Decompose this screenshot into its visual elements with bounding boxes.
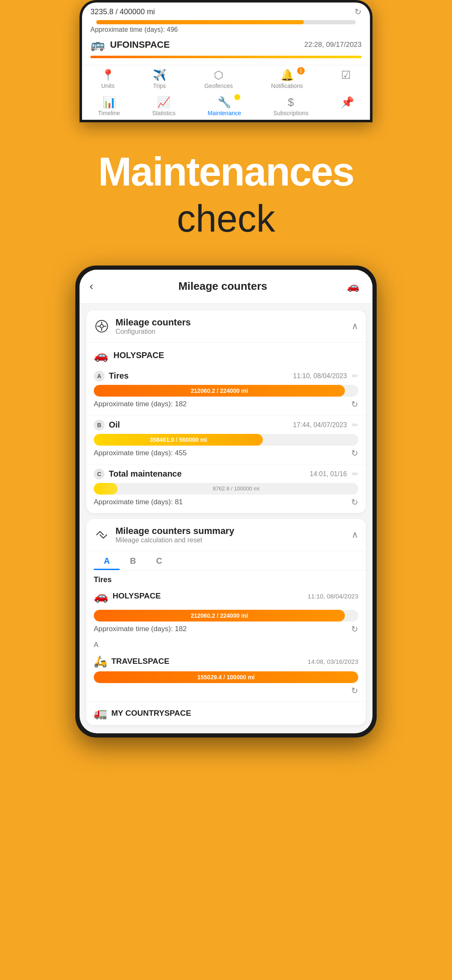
hero-section: Maintenances check xyxy=(0,126,452,266)
travel-progress-wrap: 155029.4 / 100000 mi xyxy=(94,671,358,683)
back-arrow[interactable]: ‹ xyxy=(90,280,93,293)
nav-item-units[interactable]: 📍 Units xyxy=(101,69,115,89)
maint-item-total-left: C Total maintenance xyxy=(94,469,182,480)
top-vehicle-name: UFOINSPACE xyxy=(110,39,170,50)
small-label-a: A xyxy=(86,637,366,651)
top-refresh-icon[interactable]: ↻ xyxy=(354,7,362,17)
top-phone-wrapper: 3235.8 / 400000 mi ↻ Approximate time (d… xyxy=(0,0,452,126)
top-nav-row2: 📊 Timeline 📈 Statistics 🔧 Maintenance $ … xyxy=(82,93,370,120)
nav-item-maintenance[interactable]: 🔧 Maintenance xyxy=(208,96,241,116)
top-nav-row1: 📍 Units ✈️ Trips ⬡ Geofences 🔔 1 Notific… xyxy=(82,65,370,93)
top-progress-fill xyxy=(96,20,304,24)
bottom-phone: ‹ Mileage counters 🚗 xyxy=(75,266,377,738)
tires-badge: A xyxy=(94,371,105,382)
summary-chevron[interactable]: ∧ xyxy=(352,529,358,540)
oil-progress-wrap: 358461.9 / 560000 mi xyxy=(94,434,358,446)
maint-item-tires-left: A Tires xyxy=(94,371,128,382)
total-refresh-btn[interactable]: ↻ xyxy=(351,497,358,507)
tires-refresh-btn[interactable]: ↻ xyxy=(351,399,358,409)
tires-approx-time: Approximate time (days): 182 ↻ xyxy=(94,399,358,409)
bottom-item-travel: 🛵 TRAVELSPACE 14:08, 03/16/2023 155029.4… xyxy=(86,651,366,702)
summary-progress-bar-1: 212060.2 / 224000 mi xyxy=(94,610,358,622)
total-progress-wrap: 8762.8 / 100000 mi xyxy=(94,483,358,495)
travel-vehicle-date: 14:08, 03/16/2023 xyxy=(308,658,358,665)
nav-item-notifications[interactable]: 🔔 1 Notifications xyxy=(271,69,303,89)
oil-refresh-btn[interactable]: ↻ xyxy=(351,448,358,458)
maint-item-oil-left: B Oil xyxy=(94,420,120,431)
total-right: 14:01, 01/16 ✏ xyxy=(310,469,358,479)
travel-vehicle-icon: 🛵 xyxy=(94,655,107,668)
travel-progress-fill: 155029.4 / 100000 mi xyxy=(94,671,358,683)
maint-item-tires-header: A Tires 11:10, 08/04/2023 ✏ xyxy=(94,371,358,382)
oil-progress-text: 358461.9 / 560000 mi xyxy=(146,436,211,443)
summary-refresh-1[interactable]: ↻ xyxy=(351,624,358,634)
maint-item-oil-header: B Oil 17:44, 04/07/2023 ✏ xyxy=(94,420,358,431)
total-edit-icon[interactable]: ✏ xyxy=(352,469,358,479)
tires-date: 11:10, 08/04/2023 xyxy=(293,372,347,380)
tires-progress-fill: 212060.2 / 224000 mi xyxy=(94,385,345,397)
tires-edit-icon[interactable]: ✏ xyxy=(352,371,358,381)
top-phone-content: 3235.8 / 400000 mi ↻ Approximate time (d… xyxy=(82,3,370,65)
travel-vehicle-info: 🛵 TRAVELSPACE xyxy=(94,655,170,668)
trips-label: Trips xyxy=(153,83,166,89)
travel-refresh-btn[interactable]: ↻ xyxy=(351,686,358,696)
timeline-icon: 📊 xyxy=(103,96,116,109)
nav-item-timeline[interactable]: 📊 Timeline xyxy=(98,96,120,116)
oil-badge: B xyxy=(94,420,105,431)
trips-icon: ✈️ xyxy=(153,69,166,82)
oil-right: 17:44, 04/07/2023 ✏ xyxy=(293,420,358,430)
hero-title: Maintenances xyxy=(98,151,354,193)
header-vehicle-icon: 🚗 xyxy=(344,277,362,296)
summary-tab-b[interactable]: B xyxy=(120,551,146,570)
config-icon-wrap xyxy=(94,318,110,334)
maint-item-oil: B Oil 17:44, 04/07/2023 ✏ 358461.9 / 560… xyxy=(86,415,366,464)
tires-name: Tires xyxy=(109,371,128,381)
oil-approx-label: Approximate time (days): 455 xyxy=(94,449,187,457)
oil-edit-icon[interactable]: ✏ xyxy=(352,420,358,430)
tires-approx-label: Approximate time (days): 182 xyxy=(94,400,187,408)
maint-item-total-header: C Total maintenance 14:01, 01/16 ✏ xyxy=(94,469,358,480)
maintenance-badge xyxy=(234,94,240,100)
summary-approx-label-1: Approximate time (days): 182 xyxy=(94,625,187,633)
nav-item-statistics[interactable]: 📈 Statistics xyxy=(152,96,175,116)
top-vehicle-date: 22:28, 09/17/2023 xyxy=(304,41,362,49)
config-card-header-left: Mileage counters Configuration xyxy=(94,317,191,335)
oil-approx-time: Approximate time (days): 455 ↻ xyxy=(94,448,358,458)
tires-progress-text: 212060.2 / 224000 mi xyxy=(187,387,252,394)
bottom-phone-inner: ‹ Mileage counters 🚗 xyxy=(80,270,372,733)
nav-item-subscriptions[interactable]: $ Subscriptions xyxy=(273,96,308,116)
top-vehicle-info: 🚌 UFOINSPACE xyxy=(90,38,170,52)
config-title-group: Mileage counters Configuration xyxy=(116,317,191,335)
summary-tabs: A B C xyxy=(86,551,366,570)
nav-item-more[interactable]: ☑ xyxy=(341,69,351,89)
summary-progress-text-1: 212060.2 / 224000 mi xyxy=(187,612,252,619)
top-vehicle-icon: 🚌 xyxy=(90,38,105,52)
top-progress-label: 3235.8 / 400000 mi xyxy=(90,8,155,16)
nav-item-bookmark[interactable]: 📌 xyxy=(341,96,354,116)
notification-badge: 1 xyxy=(297,67,305,75)
hero-subtitle: check xyxy=(177,197,275,240)
travel-refresh-row: ↻ xyxy=(94,686,358,696)
bottom-item-travel-header: 🛵 TRAVELSPACE 14:08, 03/16/2023 xyxy=(94,655,358,668)
summary-card-title: Mileage counters summary xyxy=(116,526,234,536)
maint-item-tires: A Tires 11:10, 08/04/2023 ✏ 212060.2 / 2… xyxy=(86,366,366,415)
summary-tab-c[interactable]: C xyxy=(146,551,172,570)
config-vehicle-name: HOLYSPACE xyxy=(113,351,164,360)
summary-section-label: Tires xyxy=(86,570,366,586)
phone-header: ‹ Mileage counters 🚗 xyxy=(80,270,372,304)
config-vehicle-section: 🚗 HOLYSPACE xyxy=(86,343,366,366)
oil-progress-fill: 358461.9 / 560000 mi xyxy=(94,434,263,446)
nav-item-geofences[interactable]: ⬡ Geofences xyxy=(204,69,233,89)
nav-item-trips[interactable]: ✈️ Trips xyxy=(153,69,166,89)
top-phone: 3235.8 / 400000 mi ↻ Approximate time (d… xyxy=(80,0,372,122)
total-badge: C xyxy=(94,469,105,480)
total-name: Total maintenance xyxy=(109,469,182,479)
bottom-item-country: 🚛 MY COUNTRYSPACE xyxy=(86,702,366,725)
total-approx-label: Approximate time (days): 81 xyxy=(94,498,183,506)
summary-tab-a[interactable]: A xyxy=(94,551,120,570)
country-vehicle-icon: 🚛 xyxy=(94,707,107,720)
units-label: Units xyxy=(101,83,115,89)
config-chevron[interactable]: ∧ xyxy=(352,321,358,332)
summary-vehicle-name-1: HOLYSPACE xyxy=(113,591,161,601)
statistics-icon: 📈 xyxy=(157,96,170,109)
